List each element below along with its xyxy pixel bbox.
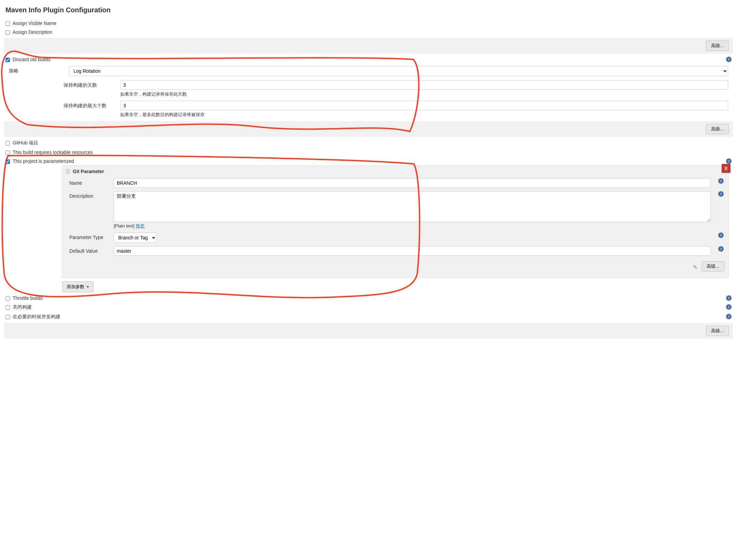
help-icon[interactable]: ? [726,295,732,301]
param-description-label: Description [69,191,110,199]
help-icon[interactable]: ? [726,314,732,319]
section-title: Maven Info Plugin Configuration [5,6,733,14]
help-icon[interactable]: ? [718,178,724,184]
git-parameter-title: Git Parameter [73,169,104,174]
param-type-label: Parameter Type [69,233,110,240]
default-value-input[interactable] [114,246,711,256]
caret-down-icon [86,286,89,288]
days-to-keep-input[interactable] [120,80,728,90]
remove-parameter-button[interactable]: X [722,164,731,173]
help-icon[interactable]: ? [718,233,724,238]
help-icon[interactable]: ? [718,246,724,252]
assign-description-label: Assign Description [13,29,52,35]
advanced-button-git-param[interactable]: 高级... [701,261,724,271]
add-parameter-button[interactable]: 添加参数 [62,281,94,292]
github-project-label: GitHub 项目 [13,140,38,146]
strategy-select[interactable]: Log Rotation [69,66,728,76]
max-builds-hint: 如果非空，最多此数目的构建记录将被保存 [120,112,728,118]
help-icon[interactable]: ? [726,304,732,310]
advanced-button-discard[interactable]: 高级... [706,124,729,134]
param-type-select[interactable]: Branch or Tag [114,233,157,243]
help-icon[interactable]: ? [718,191,724,197]
concurrent-build-label: 在必要的时候并发构建 [13,314,60,320]
param-description-textarea[interactable] [114,191,711,222]
help-icon[interactable]: ? [726,57,732,62]
default-value-label: Default Value [69,246,110,254]
param-name-input[interactable] [114,178,711,188]
disable-build-checkbox[interactable] [5,305,10,310]
parameterized-checkbox[interactable] [5,159,10,164]
throttle-builds-checkbox[interactable] [5,296,10,301]
advanced-button-bottom[interactable]: 高级... [706,326,729,336]
lockable-resources-label: This build requires lockable resources [13,150,93,155]
assign-visible-name-label: Assign Visible Name [13,20,56,26]
assign-description-checkbox[interactable] [5,30,10,35]
disable-build-label: 关闭构建 [13,304,32,310]
discard-old-builds-checkbox[interactable] [5,58,10,62]
throttle-builds-label: Throttle builds [13,295,43,301]
lockable-resources-checkbox[interactable] [5,151,10,155]
drag-handle-icon[interactable] [66,169,70,174]
max-builds-input[interactable] [120,101,728,110]
parameterized-label: This project is parameterized [13,158,74,164]
concurrent-build-checkbox[interactable] [5,315,10,319]
plain-text-note: [Plain text] [114,223,136,228]
strategy-label: 策略 [9,66,64,74]
discard-old-builds-label: Discard old builds [13,57,51,62]
days-to-keep-hint: 如果非空，构建记录将保存此天数 [120,91,728,97]
param-name-label: Name [69,178,110,186]
preview-link[interactable]: 预览 [136,223,144,228]
max-builds-label: 保持构建的最大个数 [64,101,115,109]
pencil-icon [691,262,700,270]
days-to-keep-label: 保持构建的天数 [64,80,115,88]
help-icon[interactable]: ? [726,158,732,164]
assign-visible-name-checkbox[interactable] [5,22,10,26]
github-project-checkbox[interactable] [5,141,10,145]
advanced-button-maven[interactable]: 高级... [706,41,729,51]
git-parameter-block: X Git Parameter Name ? Description [Plai… [62,166,729,278]
